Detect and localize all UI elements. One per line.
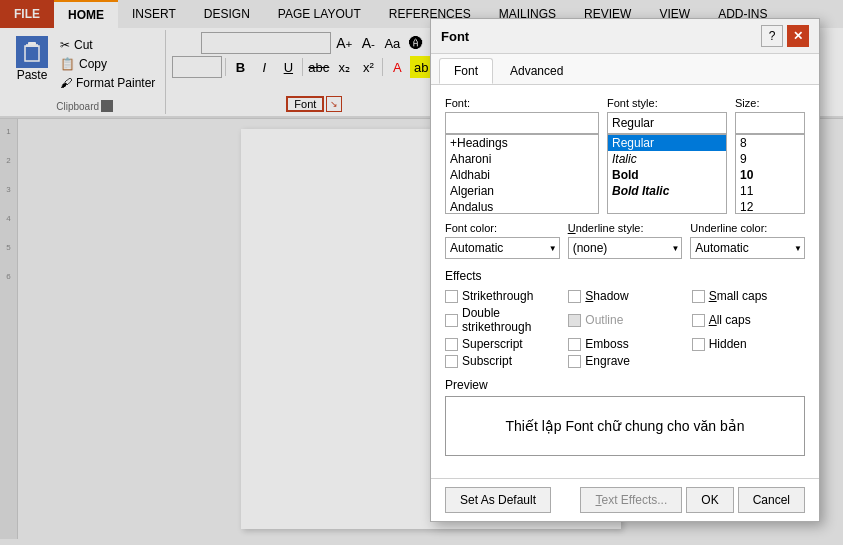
effect-emboss: Emboss bbox=[568, 337, 681, 351]
effect-emboss-checkbox[interactable] bbox=[568, 338, 581, 351]
underline-color-select-wrap: Automatic ▼ bbox=[690, 237, 805, 259]
effect-shadow: Shadow bbox=[568, 289, 681, 303]
effect-engrave: Engrave bbox=[568, 354, 681, 368]
font-color-field: Font color: Automatic ▼ bbox=[445, 222, 560, 259]
dialog-help-button[interactable]: ? bbox=[761, 25, 783, 47]
effect-hidden: Hidden bbox=[692, 337, 805, 351]
preview-title: Preview bbox=[445, 378, 805, 392]
cancel-button[interactable]: Cancel bbox=[738, 487, 805, 513]
underline-color-label: Underline color: bbox=[690, 222, 805, 234]
underline-color-field: Underline color: Automatic ▼ bbox=[690, 222, 805, 259]
font-color-row: Font color: Automatic ▼ Underline style:… bbox=[445, 222, 805, 259]
font-style-label: Font style: bbox=[607, 97, 727, 109]
underline-style-select-wrap: (none) ▼ bbox=[568, 237, 683, 259]
font-name-field: Font: +Headings Aharoni Aldhabi Algerian… bbox=[445, 97, 599, 214]
dialog-title: Font bbox=[441, 29, 469, 44]
dialog-tab-font[interactable]: Font bbox=[439, 58, 493, 84]
effect-double-strikethrough: Double strikethrough bbox=[445, 306, 558, 334]
size-10[interactable]: 10 bbox=[736, 167, 804, 183]
font-list-item-aharoni[interactable]: Aharoni bbox=[446, 151, 598, 167]
font-name-label: Font: bbox=[445, 97, 599, 109]
effects-grid: Strikethrough Shadow Small caps Double s… bbox=[445, 289, 805, 368]
font-style-field: Font style: Regular Italic Bold Bold Ita… bbox=[607, 97, 727, 214]
footer-right: Text Effects... OK Cancel bbox=[580, 487, 805, 513]
dialog-controls: ? ✕ bbox=[761, 25, 809, 47]
dialog-footer: Set As Default Text Effects... OK Cancel bbox=[431, 478, 819, 521]
effect-outline: Outline bbox=[568, 306, 681, 334]
effect-subscript-checkbox[interactable] bbox=[445, 355, 458, 368]
font-list-item-andalus[interactable]: Andalus bbox=[446, 199, 598, 214]
effect-superscript: Superscript bbox=[445, 337, 558, 351]
size-12[interactable]: 12 bbox=[736, 199, 804, 214]
font-style-field-input[interactable] bbox=[607, 112, 727, 134]
effect-subscript: Subscript bbox=[445, 354, 558, 368]
underline-style-select[interactable]: (none) bbox=[568, 237, 683, 259]
font-name-listbox[interactable]: +Headings Aharoni Aldhabi Algerian Andal… bbox=[445, 134, 599, 214]
effect-shadow-checkbox[interactable] bbox=[568, 290, 581, 303]
font-color-select-wrap: Automatic ▼ bbox=[445, 237, 560, 259]
effect-all-caps-checkbox[interactable] bbox=[692, 314, 705, 327]
font-name-field-input[interactable] bbox=[445, 112, 599, 134]
font-list-item-aldhabi[interactable]: Aldhabi bbox=[446, 167, 598, 183]
effect-strikethrough: Strikethrough bbox=[445, 289, 558, 303]
preview-box: Thiết lập Font chữ chung cho văn bản bbox=[445, 396, 805, 456]
dialog-body: Font: +Headings Aharoni Aldhabi Algerian… bbox=[431, 85, 819, 478]
underline-style-field: Underline style: (none) ▼ bbox=[568, 222, 683, 259]
effect-all-caps: All caps bbox=[692, 306, 805, 334]
text-effects-button[interactable]: Text Effects... bbox=[580, 487, 682, 513]
size-8[interactable]: 8 bbox=[736, 135, 804, 151]
preview-text: Thiết lập Font chữ chung cho văn bản bbox=[505, 418, 744, 434]
font-list-item-algerian[interactable]: Algerian bbox=[446, 183, 598, 199]
dialog-tabs: Font Advanced bbox=[431, 54, 819, 85]
font-size-field: Size: 8 9 10 11 12 bbox=[735, 97, 805, 214]
text-effects-label: Text Effects... bbox=[595, 493, 667, 507]
preview-section: Preview Thiết lập Font chữ chung cho văn… bbox=[445, 378, 805, 456]
font-list-item-headings[interactable]: +Headings bbox=[446, 135, 598, 151]
set-as-default-button[interactable]: Set As Default bbox=[445, 487, 551, 513]
effect-small-caps: Small caps bbox=[692, 289, 805, 303]
effects-title: Effects bbox=[445, 269, 805, 283]
underline-style-label: Underline style: bbox=[568, 222, 683, 234]
font-dialog: Font ? ✕ Font Advanced Font: +Headings A… bbox=[430, 18, 820, 522]
size-11[interactable]: 11 bbox=[736, 183, 804, 199]
size-9[interactable]: 9 bbox=[736, 151, 804, 167]
underline-color-select[interactable]: Automatic bbox=[690, 237, 805, 259]
effect-outline-checkbox[interactable] bbox=[568, 314, 581, 327]
font-size-label: Size: bbox=[735, 97, 805, 109]
font-size-listbox[interactable]: 8 9 10 11 12 bbox=[735, 134, 805, 214]
style-bold-italic[interactable]: Bold Italic bbox=[608, 183, 726, 199]
style-italic[interactable]: Italic bbox=[608, 151, 726, 167]
effect-hidden-checkbox[interactable] bbox=[692, 338, 705, 351]
dialog-titlebar: Font ? ✕ bbox=[431, 19, 819, 54]
font-fields-row: Font: +Headings Aharoni Aldhabi Algerian… bbox=[445, 97, 805, 214]
footer-left: Set As Default bbox=[445, 487, 551, 513]
font-color-select[interactable]: Automatic bbox=[445, 237, 560, 259]
style-bold[interactable]: Bold bbox=[608, 167, 726, 183]
font-color-label: Font color: bbox=[445, 222, 560, 234]
style-regular[interactable]: Regular bbox=[608, 135, 726, 151]
ok-button[interactable]: OK bbox=[686, 487, 733, 513]
effect-engrave-checkbox[interactable] bbox=[568, 355, 581, 368]
dialog-close-button[interactable]: ✕ bbox=[787, 25, 809, 47]
effect-strikethrough-checkbox[interactable] bbox=[445, 290, 458, 303]
font-size-field-input[interactable] bbox=[735, 112, 805, 134]
dialog-tab-advanced[interactable]: Advanced bbox=[495, 58, 578, 84]
effect-double-strikethrough-checkbox[interactable] bbox=[445, 314, 458, 327]
effect-small-caps-checkbox[interactable] bbox=[692, 290, 705, 303]
effect-superscript-checkbox[interactable] bbox=[445, 338, 458, 351]
effects-section: Effects Strikethrough Shadow Small caps … bbox=[445, 269, 805, 368]
font-style-listbox[interactable]: Regular Italic Bold Bold Italic bbox=[607, 134, 727, 214]
